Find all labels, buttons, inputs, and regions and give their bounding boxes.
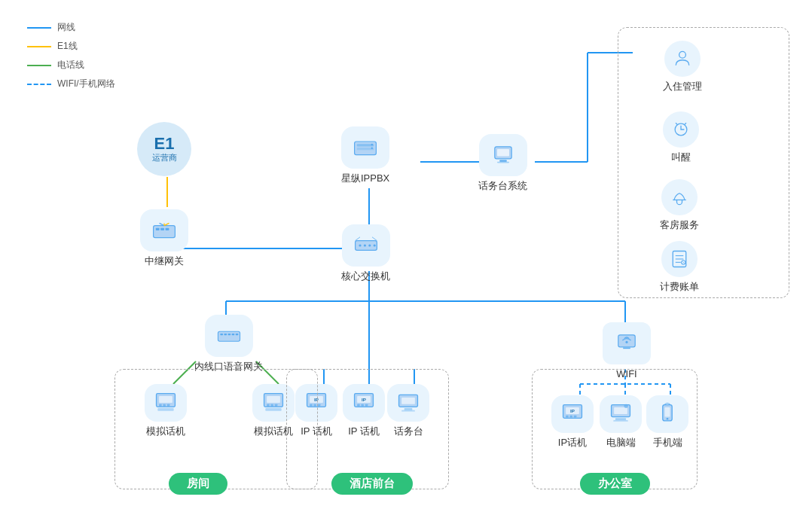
svg-point-42 xyxy=(368,244,371,246)
svg-line-106 xyxy=(682,262,684,264)
diagram-container: 网线 E1线 电话线 WIFI/手机网络 E1 运营商 xyxy=(0,0,812,512)
e1-sublabel: 运营商 xyxy=(152,152,177,163)
core-switch-icon xyxy=(342,224,390,267)
svg-point-97 xyxy=(679,51,686,58)
billing-node: 计费账单 xyxy=(660,241,699,294)
room-badge: 房间 xyxy=(169,473,227,495)
legend-label-e1xian: E1线 xyxy=(57,40,78,53)
office-dashed-box xyxy=(532,369,698,489)
svg-line-99 xyxy=(676,123,678,125)
svg-point-34 xyxy=(371,148,373,149)
hotel-front-dashed-box xyxy=(286,369,449,489)
billing-label: 计费账单 xyxy=(660,280,699,294)
room-badge-container: 房间 xyxy=(169,473,227,495)
svg-rect-49 xyxy=(227,334,230,335)
svg-rect-51 xyxy=(235,334,238,335)
svg-point-40 xyxy=(359,244,361,246)
core-switch-node: 核心交换机 xyxy=(341,224,390,283)
svg-line-44 xyxy=(355,237,359,241)
checkin-label: 入住管理 xyxy=(663,80,702,93)
svg-rect-48 xyxy=(224,334,227,335)
legend-wifi: WIFI/手机网络 xyxy=(27,78,115,90)
room-service-label: 客房服务 xyxy=(660,218,699,232)
svg-rect-25 xyxy=(160,228,164,230)
office-badge: 办公室 xyxy=(580,473,650,495)
office-badge-container: 办公室 xyxy=(580,473,650,495)
internal-gateway-node: 内线口语音网关 xyxy=(194,315,263,373)
svg-rect-37 xyxy=(499,160,507,161)
svg-rect-47 xyxy=(220,334,223,335)
hotel-front-badge: 酒店前台 xyxy=(331,473,413,495)
svg-rect-26 xyxy=(166,228,169,230)
relay-gateway-node: 中继网关 xyxy=(140,209,188,268)
legend-line-blue xyxy=(27,27,51,29)
svg-line-45 xyxy=(372,237,377,241)
legend: 网线 E1线 电话线 WIFI/手机网络 xyxy=(27,21,115,90)
svg-rect-36 xyxy=(497,149,509,157)
legend-line-dashed xyxy=(27,84,51,85)
svg-line-100 xyxy=(684,123,686,125)
legend-label-wifi: WIFI/手机网络 xyxy=(57,78,115,90)
svg-rect-46 xyxy=(218,331,240,341)
ippbx-icon xyxy=(341,126,389,169)
legend-label-wangxian: 网线 xyxy=(57,21,75,34)
wakeup-label: 叫醒 xyxy=(671,151,691,164)
wakeup-node: 叫醒 xyxy=(663,111,699,164)
internal-gateway-icon xyxy=(205,315,253,357)
svg-point-43 xyxy=(373,244,375,246)
legend-line-green xyxy=(27,65,51,66)
e1-node: E1 运营商 xyxy=(137,122,191,176)
legend-dianhuaxian: 电话线 xyxy=(27,59,115,72)
checkin-icon xyxy=(664,41,701,77)
svg-point-41 xyxy=(363,244,365,246)
operator-console-node: 话务台系统 xyxy=(478,134,527,193)
core-switch-label: 核心交换机 xyxy=(341,270,390,283)
ippbx-node: 星纵IPPBX xyxy=(341,126,389,185)
operator-console-icon xyxy=(479,134,527,176)
svg-point-53 xyxy=(625,341,627,343)
e1-label: E1 xyxy=(154,136,175,152)
ippbx-label: 星纵IPPBX xyxy=(341,172,389,185)
operator-console-label: 话务台系统 xyxy=(478,179,527,193)
relay-gateway-icon xyxy=(140,209,188,251)
legend-e1xian: E1线 xyxy=(27,40,115,53)
legend-wangxian: 网线 xyxy=(27,21,115,34)
room-service-node: 客房服务 xyxy=(660,179,699,232)
legend-line-orange xyxy=(27,46,51,47)
wifi-icon xyxy=(603,322,651,364)
svg-rect-52 xyxy=(618,335,635,347)
hotel-front-badge-container: 酒店前台 xyxy=(331,473,413,495)
svg-rect-23 xyxy=(154,226,176,238)
svg-rect-50 xyxy=(231,334,234,335)
legend-label-dianhuaxian: 电话线 xyxy=(57,59,84,72)
e1-circle: E1 运营商 xyxy=(137,122,191,176)
room-service-icon xyxy=(661,179,698,215)
billing-icon xyxy=(661,241,698,277)
checkin-mgmt-node: 入住管理 xyxy=(663,41,702,93)
svg-rect-38 xyxy=(497,162,509,163)
relay-gateway-label: 中继网关 xyxy=(145,254,184,268)
svg-rect-24 xyxy=(156,228,160,230)
svg-point-33 xyxy=(371,144,373,145)
wakeup-icon xyxy=(663,111,699,148)
right-panel-dashed-box xyxy=(618,27,789,298)
